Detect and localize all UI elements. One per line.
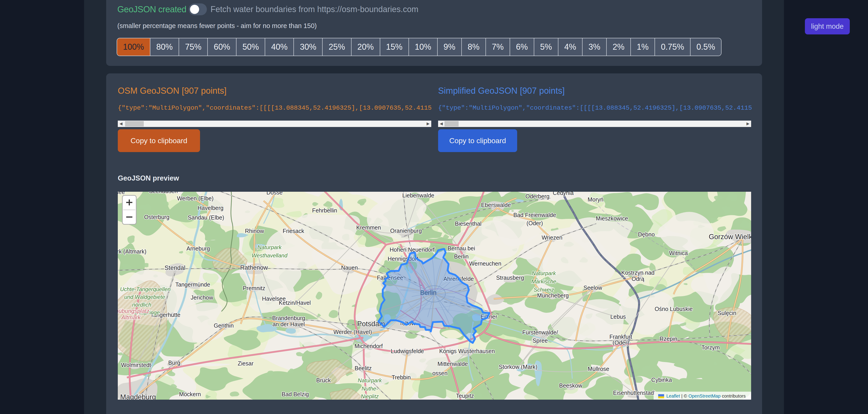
svg-text:Wriezen: Wriezen [541, 234, 562, 241]
svg-text:Premnitz: Premnitz [243, 285, 266, 291]
svg-text:Werder (Havel): Werder (Havel) [333, 329, 372, 335]
svg-text:Nauen: Nauen [341, 264, 358, 271]
svg-text:Naturpark: Naturpark [257, 244, 282, 250]
svg-text:Ludwigsfelde: Ludwigsfelde [391, 348, 424, 354]
svg-text:Naturpark: Naturpark [358, 377, 382, 383]
svg-text:Osterburg: Osterburg [144, 214, 169, 220]
svg-text:Bad Freienwalde: Bad Freienwalde [513, 212, 556, 218]
svg-text:Ketzin/Havel: Ketzin/Havel [279, 300, 311, 306]
svg-text:Beelitz: Beelitz [354, 365, 372, 372]
svg-text:Magdeburg: Magdeburg [120, 393, 156, 400]
svg-text:penübungsplatz: penübungsplatz [118, 308, 150, 314]
svg-text:Dębno: Dębno [638, 231, 655, 238]
svg-text:Fehrbellin: Fehrbellin [312, 207, 337, 214]
svg-text:Teupitz: Teupitz [456, 392, 474, 399]
svg-text:Werben (Elbe): Werben (Elbe) [177, 195, 214, 202]
svg-text:see: see [118, 192, 125, 195]
svg-text:Mittenwalde: Mittenwalde [437, 361, 468, 367]
svg-text:Naturpark: Naturpark [532, 270, 556, 276]
svg-text:Ziesar: Ziesar [238, 360, 253, 366]
svg-text:Ośno Lubuskie: Ośno Lubuskie [655, 306, 693, 312]
svg-text:an der Havel: an der Havel [273, 321, 305, 327]
svg-text:Sandau (Elbe): Sandau (Elbe) [188, 214, 224, 221]
svg-text:Tangermünde: Tangermünde [176, 281, 210, 288]
svg-text:Märkische: Märkische [531, 278, 556, 285]
svg-text:Kostrzyn nad: Kostrzyn nad [621, 269, 654, 276]
svg-text:Königs Wusterhausen: Königs Wusterhausen [439, 348, 495, 354]
svg-text:Seehausen: Seehausen [149, 192, 178, 194]
svg-text:Arneburg: Arneburg [187, 245, 210, 252]
svg-text:Liebenwalde: Liebenwalde [402, 192, 434, 199]
svg-text:Fürstenwalde/: Fürstenwalde/ [522, 329, 558, 335]
svg-text:Seelow: Seelow [584, 285, 602, 291]
svg-text:Westhavelland: Westhavelland [252, 253, 288, 259]
svg-text:Torzym: Torzym [702, 344, 720, 351]
svg-text:Cybinka: Cybinka [651, 377, 672, 383]
svg-text:Moryń: Moryń [588, 196, 603, 203]
svg-text:und Waldgebiete: und Waldgebiete [124, 294, 165, 300]
svg-text:Biesenthal: Biesenthal [455, 220, 482, 227]
svg-text:Havelberg: Havelberg [197, 205, 223, 211]
svg-text:Sulęcin: Sulęcin [718, 310, 736, 316]
svg-text:Oranienburg: Oranienburg [390, 228, 422, 234]
svg-text:Stendal: Stendal [164, 264, 185, 271]
svg-text:Brandenburg: Brandenburg [272, 315, 305, 321]
svg-text:Brück: Brück [316, 377, 331, 383]
svg-text:Friesack: Friesack [283, 228, 304, 234]
svg-text:Odrą: Odrą [631, 276, 644, 282]
svg-text:Müllrose: Müllrose [588, 366, 609, 372]
svg-text:Nieplitz: Nieplitz [361, 393, 379, 400]
svg-text:Wolmirstedt: Wolmirstedt [121, 362, 151, 368]
svg-text:Oderberg: Oderberg [525, 193, 550, 200]
svg-text:(Oder): (Oder) [527, 220, 543, 226]
svg-text:Burg: Burg [168, 359, 180, 366]
svg-text:ossen: ossen [432, 370, 448, 376]
svg-text:Werneuchen: Werneuchen [469, 260, 501, 267]
svg-text:Uchte-Tangerquellen: Uchte-Tangerquellen [120, 286, 170, 292]
svg-text:Bad Belzig: Bad Belzig [282, 391, 309, 397]
svg-text:Gorzów Wielkopols: Gorzów Wielkopols [709, 233, 751, 241]
svg-text:Rathenow: Rathenow [240, 264, 268, 271]
svg-text:Schweiz: Schweiz [533, 287, 554, 293]
svg-text:Rhinow: Rhinow [245, 228, 264, 234]
svg-text:Frankfurt: Frankfurt [610, 333, 632, 340]
svg-text:Bernau bei: Bernau bei [448, 245, 475, 252]
svg-text:Leaflet | © OpenStreetMap cont: Leaflet | © OpenStreetMap contributors [666, 393, 746, 398]
svg-text:Cedynia: Cedynia [553, 192, 574, 196]
svg-text:Altmark: Altmark [121, 314, 141, 321]
svg-text:Storkow (Mark): Storkow (Mark) [499, 364, 537, 370]
svg-text:Michendorf: Michendorf [354, 343, 383, 349]
svg-text:Eberswalde: Eberswalde [481, 202, 511, 208]
svg-text:Müncheberg: Müncheberg [537, 292, 569, 299]
svg-text:Nuthe-: Nuthe- [362, 385, 378, 392]
svg-text:Möckern: Möckern [179, 391, 201, 397]
svg-text:ark (Altmark): ark (Altmark) [118, 248, 147, 255]
svg-text:Dosse: Dosse [267, 192, 283, 196]
svg-text:Lebus: Lebus [610, 314, 626, 320]
svg-text:Beeskow: Beeskow [559, 382, 582, 389]
svg-text:Berlin: Berlin [454, 253, 469, 260]
svg-text:Spree: Spree [533, 337, 548, 344]
svg-text:Rzepin: Rzepin [659, 335, 677, 342]
svg-text:Trebbin: Trebbin [392, 374, 411, 381]
svg-text:Genthin: Genthin [214, 322, 234, 329]
svg-text:Mieszkowice: Mieszkowice [596, 215, 628, 221]
svg-text:Kremmen: Kremmen [356, 224, 381, 231]
svg-text:Strausberg: Strausberg [496, 274, 524, 281]
svg-text:Hohen Neuendorf: Hohen Neuendorf [390, 246, 434, 253]
svg-text:Jerichow: Jerichow [191, 294, 214, 301]
svg-text:Witnica: Witnica [669, 250, 688, 256]
svg-text:nördlich: nördlich [132, 302, 151, 308]
svg-text:(Oder): (Oder) [613, 339, 629, 346]
svg-text:Eisenhüttenstadt: Eisenhüttenstadt [613, 390, 655, 396]
